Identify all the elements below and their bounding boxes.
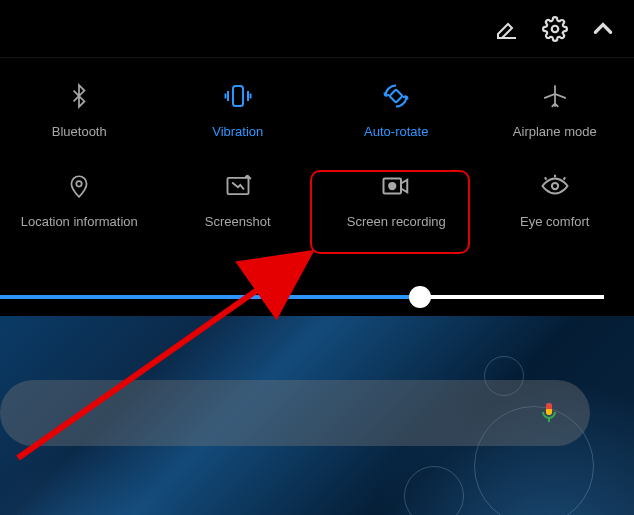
svg-rect-1: [233, 86, 243, 106]
tile-label: Airplane mode: [513, 124, 597, 139]
edit-icon[interactable]: [494, 16, 520, 42]
tile-bluetooth[interactable]: Bluetooth: [0, 64, 159, 154]
brightness-thumb[interactable]: [409, 286, 431, 308]
tile-screenshot[interactable]: Screenshot: [159, 154, 318, 244]
chevron-up-icon[interactable]: [590, 16, 616, 42]
tile-label: Location information: [21, 214, 138, 229]
panel-header: [0, 0, 634, 58]
gear-icon[interactable]: [542, 16, 568, 42]
tile-label: Bluetooth: [52, 124, 107, 139]
screen-record-icon: [380, 170, 412, 202]
svg-point-6: [389, 182, 395, 188]
tile-vibration[interactable]: Vibration: [159, 64, 318, 154]
search-input[interactable]: [26, 403, 534, 424]
tile-airplane[interactable]: Airplane mode: [476, 64, 635, 154]
tile-label: Screen recording: [347, 214, 446, 229]
rotate-icon: [380, 80, 412, 112]
search-bar[interactable]: [0, 380, 590, 446]
tile-label: Auto-rotate: [364, 124, 428, 139]
screenshot-icon: [222, 170, 254, 202]
tile-autorotate[interactable]: Auto-rotate: [317, 64, 476, 154]
tile-label: Screenshot: [205, 214, 271, 229]
brightness-track: [30, 295, 604, 299]
bluetooth-icon: [63, 80, 95, 112]
svg-rect-2: [390, 89, 403, 102]
tile-label: Eye comfort: [520, 214, 589, 229]
svg-point-0: [552, 25, 559, 32]
brightness-slider[interactable]: [0, 282, 634, 312]
tile-screen-recording[interactable]: Screen recording: [317, 154, 476, 244]
tile-location[interactable]: Location information: [0, 154, 159, 244]
quick-settings-panel: Bluetooth Vibration Auto-rotate Airplane…: [0, 0, 634, 316]
svg-point-7: [552, 182, 558, 188]
eye-icon: [539, 170, 571, 202]
vibrate-icon: [222, 80, 254, 112]
location-icon: [63, 170, 95, 202]
airplane-icon: [539, 80, 571, 112]
tile-label: Vibration: [212, 124, 263, 139]
svg-point-3: [77, 181, 82, 186]
brightness-fill: [0, 295, 420, 299]
tiles-grid: Bluetooth Vibration Auto-rotate Airplane…: [0, 58, 634, 244]
microphone-icon[interactable]: [534, 398, 564, 428]
tile-eye-comfort[interactable]: Eye comfort: [476, 154, 635, 244]
